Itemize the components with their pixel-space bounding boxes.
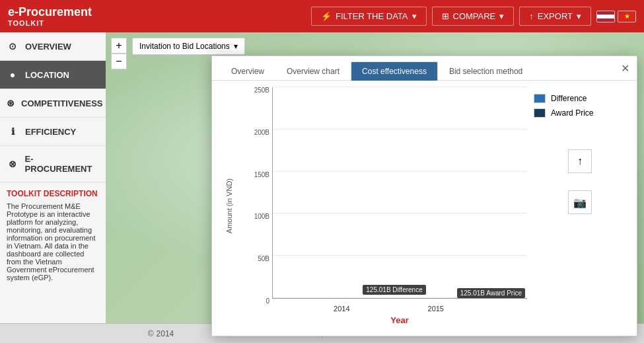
y-tick-100: 100B — [254, 213, 273, 220]
location-icon: ● — [7, 69, 18, 81]
chart-legend: Difference Award Price ↑ 📷 — [534, 87, 626, 325]
export-button[interactable]: ↑ EXPORT ▾ — [519, 7, 591, 26]
export-chevron-icon: ▾ — [577, 11, 581, 21]
export-icon: ↑ — [529, 11, 534, 21]
sidebar-item-location[interactable]: ● LOCATION — [0, 61, 106, 89]
sidebar: ⊙ OVERVIEW ● LOCATION ⊛ COMPETITIVENESS … — [0, 32, 106, 343]
x-axis-label: Year — [272, 315, 527, 325]
sidebar-item-label-eprocurement: E-PROCUREMENT — [25, 154, 99, 174]
y-tick-150: 150B — [254, 172, 273, 178]
flag-us[interactable] — [596, 11, 615, 22]
toolkit-description: TOOLKIT DESCRIPTION The Procurement M&E … — [0, 182, 106, 288]
chart-grid: 0 50B 100B — [273, 87, 527, 298]
bar-2014-diff-label: 125.01B Difference — [363, 285, 425, 295]
x-tick-2014: 2014 — [334, 305, 349, 313]
sidebar-item-competitiveness[interactable]: ⊛ COMPETITIVENESS — [0, 89, 106, 118]
compare-button[interactable]: ⊞ COMPARE ▾ — [432, 7, 515, 26]
chart-modal: Overview Overview chart Cost effectivene… — [211, 56, 637, 336]
sidebar-item-label-competitiveness: COMPETITIVENESS — [21, 98, 103, 108]
sidebar-item-efficiency[interactable]: ℹ EFFICIENCY — [0, 118, 106, 146]
bar-2015-award-label: 125.01B Award Price — [457, 288, 525, 298]
gridline-100: 100B — [273, 213, 527, 213]
sidebar-item-eprocurement[interactable]: ⊗ E-PROCUREMENT — [0, 146, 106, 182]
sidebar-item-label-overview: OVERVIEW — [25, 42, 71, 52]
filter-icon: ⚡ — [321, 11, 332, 21]
dropdown-chevron-icon: ▾ — [234, 42, 238, 51]
gridline-50: 50B — [273, 255, 527, 256]
gridline-250: 250B — [273, 87, 527, 87]
y-tick-250: 250B — [254, 87, 273, 94]
legend-award-color — [534, 108, 546, 118]
toolkit-desc-title: TOOLKIT DESCRIPTION — [7, 189, 99, 198]
compare-label: COMPARE — [453, 11, 496, 21]
efficiency-icon: ℹ — [7, 126, 18, 137]
tab-overview-chart[interactable]: Overview chart — [275, 61, 351, 81]
chart-actions: ↑ 📷 — [534, 123, 626, 214]
tab-bid-selection[interactable]: Bid selection method — [438, 61, 534, 81]
main: ⊙ OVERVIEW ● LOCATION ⊛ COMPETITIVENESS … — [0, 32, 644, 343]
legend-award-price: Award Price — [534, 108, 626, 118]
export-label: EXPORT — [538, 11, 573, 21]
overview-icon: ⊙ — [7, 40, 18, 52]
legend-award-label: Award Price — [551, 108, 593, 118]
y-tick-200: 200B — [254, 130, 273, 136]
dropdown-label: Invitation to Bid Locations — [139, 42, 230, 51]
chart-container: 0 50B 100B — [242, 87, 527, 325]
legend-difference: Difference — [534, 94, 626, 103]
modal-tabs: Overview Overview chart Cost effectivene… — [212, 56, 637, 81]
x-tick-2015: 2015 — [428, 305, 444, 313]
logo-area: e-Procurement TOOLKIT — [8, 5, 92, 27]
compare-icon: ⊞ — [442, 11, 449, 21]
zoom-out-button[interactable]: − — [111, 54, 127, 69]
logo-title: e-Procurement — [8, 5, 92, 19]
sidebar-item-label-location: LOCATION — [25, 70, 69, 80]
legend-diff-label: Difference — [551, 94, 587, 103]
location-dropdown: Invitation to Bid Locations ▾ — [132, 38, 245, 55]
footer-year1-label: 2014 — [157, 329, 174, 338]
chart-inner: 0 50B 100B — [272, 87, 527, 299]
filter-label: FILTER THE DATA — [336, 11, 408, 21]
gridline-150: 150B — [273, 171, 527, 172]
sidebar-item-overview[interactable]: ⊙ OVERVIEW — [0, 32, 106, 61]
y-axis-label: Amount (in VND) — [225, 178, 233, 233]
header-actions: ⚡ FILTER THE DATA ▾ ⊞ COMPARE ▾ ↑ EXPORT… — [311, 7, 636, 26]
flag-area — [596, 11, 636, 22]
toolkit-desc-text: The Procurement M&E Prototype is an inte… — [7, 202, 96, 282]
legend-diff-color — [534, 94, 546, 103]
tab-cost-effectiveness[interactable]: Cost effectiveness — [351, 61, 438, 81]
map-area: + − Invitation to Bid Locations ▾ Chmang… — [106, 32, 644, 343]
competitiveness-icon: ⊛ — [7, 97, 15, 109]
zoom-in-button[interactable]: + — [111, 38, 127, 54]
compare-chevron-icon: ▾ — [499, 11, 504, 21]
filter-button[interactable]: ⚡ FILTER THE DATA ▾ — [311, 7, 427, 26]
y-tick-0: 0 — [266, 298, 273, 305]
location-dropdown-button[interactable]: Invitation to Bid Locations ▾ — [132, 38, 245, 55]
eprocurement-icon: ⊗ — [7, 158, 18, 170]
sidebar-item-label-efficiency: EFFICIENCY — [25, 127, 76, 137]
gridline-200: 200B — [273, 129, 527, 130]
chart-camera-button[interactable]: 📷 — [568, 190, 592, 214]
modal-close-button[interactable]: ✕ — [618, 61, 631, 75]
y-tick-50: 50B — [258, 256, 273, 262]
filter-chevron-icon: ▾ — [412, 11, 417, 21]
copyright-icon-1: © — [148, 329, 154, 338]
tab-overview[interactable]: Overview — [220, 61, 275, 81]
chart-area: Amount (in VND) 0 — [212, 81, 637, 336]
flag-vn[interactable] — [618, 11, 636, 22]
logo-subtitle: TOOLKIT — [8, 19, 92, 27]
y-axis-label-container: Amount (in VND) — [223, 87, 236, 325]
header: e-Procurement TOOLKIT ⚡ FILTER THE DATA … — [0, 0, 644, 32]
chart-upload-button[interactable]: ↑ — [568, 149, 592, 173]
map-controls: + − — [111, 38, 127, 69]
